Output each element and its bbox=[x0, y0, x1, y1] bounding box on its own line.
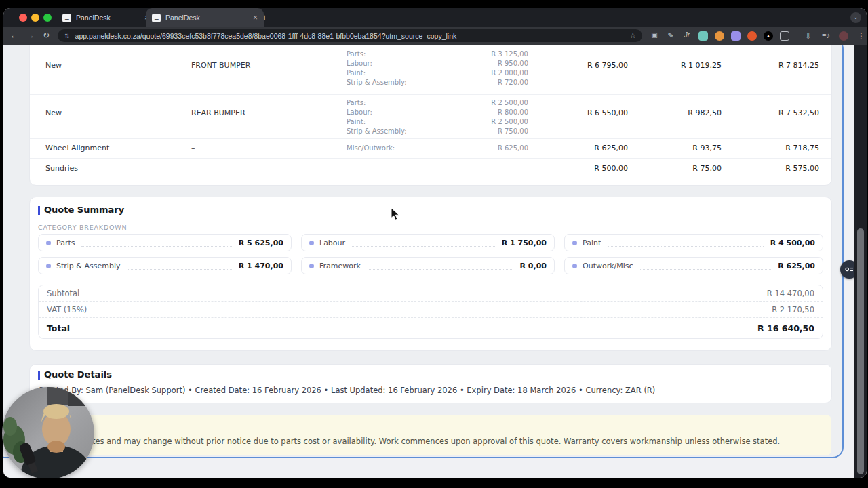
breakdown-label: Misc/Outwork: bbox=[347, 144, 395, 152]
breakdown-value: R 3 125,00 bbox=[491, 50, 528, 58]
scrollbar-thumb[interactable] bbox=[857, 228, 864, 474]
row-description: FRONT BUMPER bbox=[191, 61, 250, 70]
category-label: Parts bbox=[56, 239, 75, 247]
minimize-window-button[interactable] bbox=[31, 14, 39, 22]
reload-icon[interactable]: ↻ bbox=[43, 30, 50, 40]
category-label: Outwork/Misc bbox=[583, 262, 633, 270]
letterbox-bottom bbox=[0, 478, 868, 488]
category-card-strip-assembly: Strip & Assembly R 1 470,00 bbox=[38, 257, 292, 274]
amount-excl: R 6 795,00 bbox=[587, 61, 628, 70]
subtotal-value: R 14 470,00 bbox=[767, 289, 814, 298]
vat-row: VAT (15%) R 2 170,50 bbox=[39, 302, 823, 318]
category-value: R 1 750,00 bbox=[502, 239, 547, 247]
amount-vat: R 93,75 bbox=[692, 144, 722, 152]
scrollbar-track[interactable] bbox=[854, 45, 867, 478]
play-extension-icon[interactable]: ▲ bbox=[764, 31, 773, 41]
tab-paneldesk-2[interactable]: ☰ PanelDesk × bbox=[146, 8, 264, 27]
category-value: R 1 470,00 bbox=[239, 262, 283, 270]
totals-box: Subtotal R 14 470,00 VAT (15%) R 2 170,5… bbox=[38, 285, 823, 339]
amount-vat: R 982,50 bbox=[688, 108, 722, 117]
moon-extension-icon[interactable] bbox=[715, 31, 724, 41]
zoom-window-button[interactable] bbox=[43, 14, 52, 22]
breakdown-value: R 950,00 bbox=[498, 60, 528, 67]
category-breakdown-label: CATEGORY BREAKDOWN bbox=[38, 224, 127, 231]
category-label: Labour bbox=[319, 239, 345, 247]
presenter-video bbox=[2, 387, 94, 479]
address-bar[interactable]: ⇅ app.paneldesk.co.za/quote/69933cefc53b… bbox=[58, 29, 642, 42]
pen-extension-icon[interactable]: ✎ bbox=[666, 31, 675, 41]
new-tab-button[interactable]: + bbox=[259, 12, 270, 23]
url-text: app.paneldesk.co.za/quote/69933cefc53b8f… bbox=[75, 32, 624, 40]
browser-window: ☰ PanelDesk × ☰ PanelDesk × + ⌄ ← → ↻ ⇅ … bbox=[3, 8, 867, 478]
forward-icon[interactable]: → bbox=[26, 30, 35, 40]
font-extension-icon[interactable]: Jr bbox=[682, 31, 692, 41]
profile-avatar[interactable] bbox=[839, 31, 848, 41]
amount-excl: R 6 550,00 bbox=[587, 108, 628, 117]
quote-summary-heading: Quote Summary bbox=[44, 205, 124, 215]
row-status: Wheel Alignment bbox=[45, 144, 109, 152]
total-label: Total bbox=[47, 323, 70, 333]
fox-extension-icon[interactable] bbox=[747, 31, 757, 41]
subtotal-label: Subtotal bbox=[47, 289, 79, 298]
category-card-labour: Labour R 1 750,00 bbox=[301, 234, 555, 251]
breakdown-value: R 2 500,00 bbox=[491, 118, 528, 125]
quote-details-card: Quote Details Created By: Sam (PanelDesk… bbox=[29, 364, 832, 403]
total-value: R 16 640,50 bbox=[757, 323, 814, 333]
breakdown-value: R 625,00 bbox=[498, 144, 528, 152]
bookmark-star-icon[interactable]: ☆ bbox=[629, 31, 636, 40]
extensions-puzzle-icon[interactable] bbox=[780, 31, 789, 41]
category-value: R 0,00 bbox=[520, 262, 547, 270]
presenter-webcam-overlay bbox=[2, 387, 94, 479]
dotted-leader bbox=[368, 262, 513, 270]
amount-excl: R 625,00 bbox=[594, 144, 628, 152]
tab-close-icon[interactable]: × bbox=[253, 14, 258, 22]
reading-list-icon[interactable]: ≡♪ bbox=[821, 31, 831, 41]
dotted-leader bbox=[608, 239, 764, 247]
purple-extension-icon[interactable] bbox=[731, 31, 741, 41]
quote-details-heading: Quote Details bbox=[44, 369, 112, 380]
breakdown-label: Strip & Assembly: bbox=[347, 127, 407, 135]
tab-paneldesk-1[interactable]: ☰ PanelDesk × bbox=[56, 8, 155, 27]
section-accent-bar bbox=[38, 206, 40, 215]
breakdown-value: R 750,00 bbox=[498, 127, 528, 135]
disclaimer-banner: estimates and may change without prior n… bbox=[29, 415, 831, 455]
row-description: REAR BUMPER bbox=[191, 108, 245, 117]
amount-incl: R 575,00 bbox=[785, 164, 819, 173]
toolbar-divider bbox=[797, 31, 797, 41]
subtotal-row: Subtotal R 14 470,00 bbox=[39, 285, 823, 302]
breakdown-label: Parts: bbox=[347, 99, 366, 106]
breakdown-label: Labour: bbox=[347, 108, 372, 116]
downloads-icon[interactable]: ⇩ bbox=[804, 31, 813, 41]
vat-label: VAT (15%) bbox=[47, 305, 87, 314]
close-window-button[interactable] bbox=[19, 14, 27, 22]
bullet-icon bbox=[309, 241, 314, 245]
site-settings-icon[interactable]: ⇅ bbox=[64, 33, 70, 39]
row-status: Sundries bbox=[45, 164, 78, 173]
page-content: New FRONT BUMPER Parts: R 3 125,00 Labou… bbox=[3, 45, 867, 478]
breakdown-value: R 2 500,00 bbox=[491, 99, 528, 106]
breakdown-label: Labour: bbox=[347, 60, 372, 67]
dotted-leader bbox=[640, 262, 772, 270]
breakdown-label: - bbox=[347, 165, 349, 172]
amount-incl: R 7 532,50 bbox=[778, 108, 819, 117]
bullet-icon bbox=[46, 241, 51, 245]
browser-toolbar: ← → ↻ ⇅ app.paneldesk.co.za/quote/69933c… bbox=[3, 27, 867, 45]
total-row: Total R 16 640,50 bbox=[39, 318, 823, 339]
category-card-parts: Parts R 5 625,00 bbox=[38, 234, 292, 251]
back-icon[interactable]: ← bbox=[10, 30, 18, 40]
paneldesk-favicon: ☰ bbox=[62, 14, 71, 22]
clipboard-extension-icon[interactable] bbox=[698, 31, 708, 41]
menu-kebab-icon[interactable]: ⋮ bbox=[856, 31, 866, 41]
row-description: – bbox=[191, 164, 195, 173]
bullet-icon bbox=[309, 264, 314, 268]
breakdown-value: R 2 000,00 bbox=[491, 69, 528, 77]
tab-title: PanelDesk bbox=[165, 14, 200, 22]
paneldesk-favicon: ☰ bbox=[152, 14, 161, 22]
amount-incl: R 7 814,25 bbox=[778, 61, 819, 70]
search-tabs-button[interactable]: ⌄ bbox=[850, 12, 861, 23]
row-description: – bbox=[191, 144, 195, 152]
screenshot-extension-icon[interactable]: ▣ bbox=[650, 31, 659, 41]
amount-vat: R 75,00 bbox=[692, 164, 722, 173]
tab-strip: ☰ PanelDesk × ☰ PanelDesk × + ⌄ bbox=[3, 8, 867, 27]
breakdown-value: R 800,00 bbox=[498, 108, 528, 116]
